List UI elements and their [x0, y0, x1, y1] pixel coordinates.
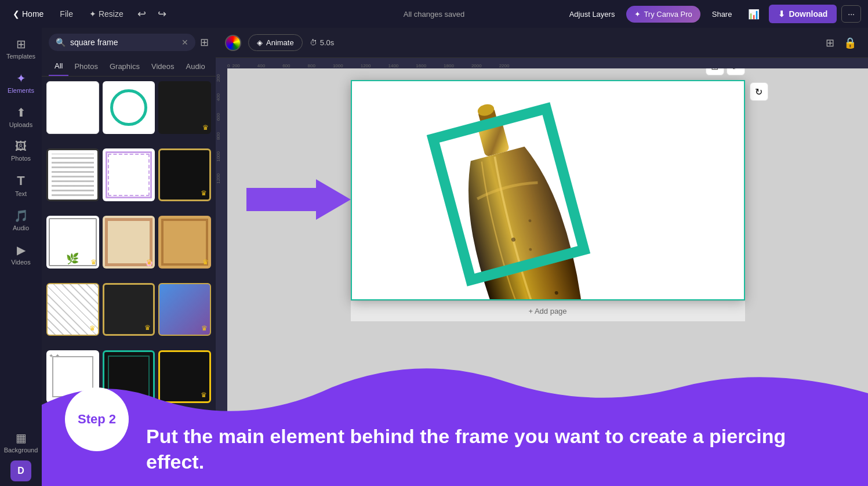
add-page-bar: + Add page [351, 300, 745, 321]
main-layout: ⊞ Templates ✦ Elements ⬆ Uploads 🖼 Photo… [0, 28, 868, 486]
thumbnail-item[interactable]: ♛ [46, 283, 99, 336]
add-page-button[interactable]: + Add page [528, 307, 566, 315]
lock-icon-button[interactable]: 🔒 [841, 34, 859, 52]
canvas-with-side-ruler: 200 400 600 800 1000 1200 ⊞ ⤢ ↻ [216, 68, 868, 486]
thumbnail-item[interactable] [103, 418, 155, 470]
expand-canvas-button[interactable]: ⤢ [727, 68, 745, 75]
arrow-container [246, 176, 351, 225]
refresh-button[interactable]: ↻ [750, 82, 768, 101]
sidebar-item-text[interactable]: T Text [2, 169, 39, 202]
sidebar-nav: ⊞ Templates ✦ Elements ⬆ Uploads 🖼 Photo… [0, 28, 42, 486]
canvas-area: ◈ Animate ⏱ 5.0s ⊞ 🔒 0 200 400 600 800 1… [216, 28, 868, 486]
try-canva-pro-label: Try Canva Pro [644, 10, 692, 19]
file-button[interactable]: File [54, 6, 79, 22]
uploads-label: Uploads [9, 121, 32, 128]
thumbnail-item[interactable]: ♛ [158, 283, 211, 336]
color-picker-button[interactable] [225, 35, 241, 51]
tab-videos[interactable]: Videos [146, 57, 180, 76]
tab-all[interactable]: All [49, 57, 68, 76]
filter-icon-button[interactable]: ⊞ [823, 34, 837, 52]
save-status: All changes saved [404, 10, 465, 19]
sidebar-item-background[interactable]: ▦ Background [2, 426, 39, 458]
top-ruler: 0 200 400 600 800 1000 1200 1400 1600 18… [216, 58, 868, 68]
videos-label: Videos [11, 259, 30, 266]
sidebar-item-templates[interactable]: ⊞ Templates [2, 32, 39, 64]
canvas-corner-actions: ⊞ ⤢ [706, 68, 745, 75]
share-button[interactable]: Share [705, 6, 739, 22]
premium-icon: ♛ [146, 258, 152, 266]
redo-button[interactable]: ↪ [154, 5, 170, 23]
topbar-left: ❮ Home File ✦ Resize ↩ ↪ All changes sav… [7, 5, 558, 23]
adjust-layers-button[interactable]: Adjust Layers [562, 6, 622, 22]
templates-label: Templates [6, 53, 35, 60]
try-canva-pro-button[interactable]: ✦ Try Canva Pro [626, 6, 700, 23]
home-button[interactable]: ❮ Home [7, 6, 49, 22]
animate-button[interactable]: ◈ Animate [248, 34, 303, 51]
thumbnail-item[interactable]: ♛ [158, 148, 211, 201]
search-panel: 🔍 ✕ ⊞ All Photos Graphics Videos Audio ♛ [42, 28, 216, 486]
chart-button[interactable]: 📊 [743, 5, 764, 23]
more-options-button[interactable]: ··· [841, 5, 861, 23]
thumbnail-item[interactable] [103, 81, 155, 134]
search-icon: 🔍 [56, 38, 66, 47]
sidebar-item-uploads[interactable]: ⬆ Uploads [2, 101, 39, 133]
premium-icon: ♛ [201, 189, 207, 197]
sidebar-item-audio[interactable]: 🎵 Audio [2, 204, 39, 236]
copy-canvas-button[interactable]: ⊞ [706, 68, 724, 75]
thumbnail-item[interactable]: 🌿 ♛ [46, 216, 99, 269]
timer-button[interactable]: ⏱ 5.0s [310, 38, 335, 47]
filter-button[interactable]: ⊞ [200, 36, 209, 49]
templates-icon: ⊞ [16, 37, 26, 51]
timer-icon: ⏱ [310, 38, 317, 47]
download-button[interactable]: ⬇ Download [769, 5, 837, 23]
thumbnail-item[interactable]: ♛ [158, 350, 211, 403]
purple-arrow-svg [246, 176, 351, 223]
premium-icon: ♛ [89, 324, 96, 332]
canvas-scroll[interactable]: ⊞ ⤢ ↻ [227, 68, 868, 486]
background-label: Background [4, 447, 38, 454]
uploads-icon: ⬆ [16, 106, 26, 119]
thumbnail-item[interactable] [103, 350, 155, 403]
tabs-row: All Photos Graphics Videos Audio [42, 57, 216, 77]
thumbnail-item[interactable]: ♛ [158, 418, 211, 470]
star-icon: ✦ [634, 10, 641, 19]
elements-icon: ✦ [16, 71, 26, 85]
animate-label: Animate [266, 38, 294, 47]
thumbnail-item[interactable]: ♛ [103, 283, 155, 336]
d-icon-button[interactable]: D [10, 460, 31, 481]
tab-graphics[interactable]: Graphics [104, 57, 146, 76]
photos-label: Photos [11, 155, 31, 162]
tab-photos[interactable]: Photos [68, 57, 103, 76]
premium-icon: ♛ [201, 391, 207, 399]
toolbar-right: ⊞ 🔒 [823, 34, 859, 52]
download-icon: ⬇ [778, 9, 785, 19]
thumbnail-item[interactable]: ✦ ✦ [46, 350, 99, 403]
resize-icon: ✦ [89, 9, 96, 19]
audio-label: Audio [13, 224, 29, 231]
chart-icon: 📊 [748, 9, 760, 19]
premium-icon: ♛ [201, 324, 208, 332]
svg-marker-0 [246, 179, 351, 220]
undo-button[interactable]: ↩ [134, 5, 150, 23]
thumbnail-item[interactable] [103, 148, 155, 201]
thumbnail-item[interactable] [46, 418, 99, 470]
search-clear-button[interactable]: ✕ [181, 38, 188, 47]
sidebar-item-videos[interactable]: ▶ Videos [2, 238, 39, 270]
resize-button[interactable]: ✦ Resize [83, 6, 129, 22]
sidebar-item-photos[interactable]: 🖼 Photos [2, 135, 39, 166]
premium-icon: ♛ [90, 258, 97, 266]
sidebar-bottom: ▦ Background D [2, 426, 39, 486]
thumbnail-item[interactable]: ♛ [158, 81, 211, 134]
tab-audio[interactable]: Audio [180, 57, 210, 76]
thumbnail-item[interactable] [46, 81, 99, 134]
search-input[interactable] [70, 38, 177, 47]
premium-icon: ♛ [202, 124, 209, 132]
photos-icon: 🖼 [15, 140, 27, 153]
thumbnail-item[interactable] [46, 148, 99, 201]
sidebar-item-elements[interactable]: ✦ Elements [2, 67, 39, 99]
canvas-frame[interactable] [351, 80, 745, 300]
premium-icon: ♛ [202, 258, 209, 266]
thumbnail-item[interactable]: ♛ [158, 216, 211, 269]
thumbnail-item[interactable]: 🌸 ♛ [103, 216, 155, 269]
secondary-toolbar: ◈ Animate ⏱ 5.0s ⊞ 🔒 [216, 28, 868, 58]
